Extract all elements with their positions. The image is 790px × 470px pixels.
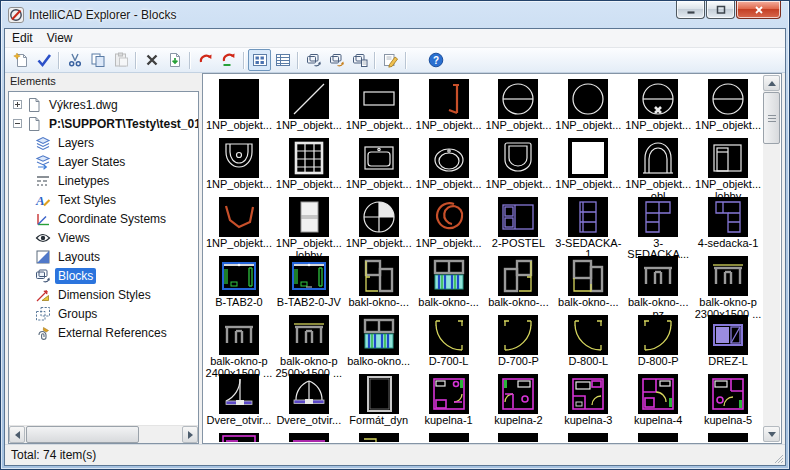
block-item[interactable] <box>344 431 414 442</box>
tree-item-p-support-testy-test-01-dwg[interactable]: P:\SUPPORT\Testy\test_01.dwg <box>9 114 198 133</box>
edit-attributes-button[interactable] <box>379 49 402 71</box>
block-item[interactable]: 1NP_objekt... <box>204 195 274 254</box>
block-item[interactable]: B-TAB2-0 <box>204 254 274 313</box>
block-item[interactable]: balko-okno... <box>344 313 414 372</box>
tree-item-external-references[interactable]: External References <box>9 323 198 342</box>
block-item[interactable] <box>204 431 274 442</box>
block-item[interactable]: kupelna-1 <box>414 372 484 431</box>
block-item[interactable]: 1NP_objekt... <box>344 195 414 254</box>
block-item[interactable]: 4-sedacka-1 <box>693 195 763 254</box>
block-item[interactable]: 1NP_objekt... <box>553 136 623 195</box>
block-item[interactable] <box>693 431 763 442</box>
icons-view-button[interactable] <box>248 49 271 71</box>
block-item[interactable]: kupelna-3 <box>553 372 623 431</box>
insert-button[interactable] <box>163 49 186 71</box>
block-item[interactable]: 2-POSTEL <box>484 195 554 254</box>
block-item[interactable]: 1NP_objekt... <box>344 136 414 195</box>
regen-button[interactable] <box>194 49 217 71</box>
block-item[interactable]: 1NP_objekt... <box>414 195 484 254</box>
block-item[interactable]: balk-okno-... <box>484 254 554 313</box>
tree-item-v-kres1-dwg[interactable]: Výkres1.dwg <box>9 95 198 114</box>
tree-item-views[interactable]: Views <box>9 228 198 247</box>
tree-item-layer-states[interactable]: Layer States <box>9 152 198 171</box>
block-item[interactable]: 1NP_objekt... <box>204 77 274 136</box>
copy-button[interactable] <box>86 49 109 71</box>
delete-button[interactable] <box>140 49 163 71</box>
help-button[interactable]: ? <box>424 49 447 71</box>
block-item[interactable]: balk-okno-... <box>414 254 484 313</box>
insert-block-button[interactable] <box>302 49 325 71</box>
v-scrollbar-thumb[interactable] <box>763 92 780 144</box>
block-item[interactable]: 1NP_objekt... <box>484 136 554 195</box>
tree-item-text-styles[interactable]: AText Styles <box>9 190 198 209</box>
scroll-down-button[interactable] <box>763 426 780 442</box>
expand-plus-icon[interactable] <box>13 100 22 109</box>
block-item[interactable]: Dvere_otvir... <box>204 372 274 431</box>
block-item[interactable]: 1NP_objekt... <box>274 136 344 195</box>
block-item[interactable]: kupelna-5 <box>693 372 763 431</box>
insert-external-block-button[interactable] <box>348 49 371 71</box>
block-item[interactable]: 1NP_objekt... <box>344 77 414 136</box>
block-item[interactable]: balk-okno-...pz <box>623 254 693 313</box>
tree-item-groups[interactable]: Groups <box>9 304 198 323</box>
block-item[interactable]: D-700-P <box>484 313 554 372</box>
block-item[interactable] <box>484 431 554 442</box>
block-item[interactable]: 1NP_objekt... <box>414 77 484 136</box>
tree-item-coordinate-systems[interactable]: Coordinate Systems <box>9 209 198 228</box>
block-item[interactable]: 1NP_objekt... <box>274 77 344 136</box>
block-item[interactable]: 3-SEDACKA... <box>623 195 693 254</box>
save-block-button[interactable] <box>325 49 348 71</box>
scroll-left-button[interactable] <box>9 426 25 443</box>
block-item[interactable]: B-TAB2-0-JV <box>274 254 344 313</box>
close-button[interactable] <box>736 1 781 19</box>
block-item[interactable]: balk-okno-p2300x1500 ... <box>693 254 763 313</box>
scroll-right-button[interactable] <box>182 426 198 443</box>
title-bar[interactable]: IntelliCAD Explorer - Blocks <box>1 1 789 28</box>
menu-edit[interactable]: Edit <box>5 30 40 46</box>
block-item[interactable] <box>274 431 344 442</box>
block-item[interactable]: 1NP_objekt... <box>414 136 484 195</box>
new-item-button[interactable] <box>9 49 32 71</box>
collapse-minus-icon[interactable] <box>13 119 22 128</box>
block-item[interactable] <box>414 431 484 442</box>
details-view-button[interactable] <box>271 49 294 71</box>
blocks-vertical-scrollbar[interactable] <box>763 75 780 442</box>
block-item[interactable]: DREZ-L <box>693 313 763 372</box>
block-item[interactable]: 1NP_objekt...obl <box>623 136 693 195</box>
menu-view[interactable]: View <box>40 30 80 46</box>
block-item[interactable]: 3-SEDACKA-1 <box>553 195 623 254</box>
paste-button[interactable] <box>109 49 132 71</box>
block-item[interactable]: 1NP_objekt... <box>553 77 623 136</box>
cut-button[interactable] <box>63 49 86 71</box>
resize-grip[interactable] <box>772 452 783 463</box>
block-item[interactable]: balk-okno-p2400x1500 ... <box>204 313 274 372</box>
block-item[interactable]: 1NP_objekt...lobby <box>274 195 344 254</box>
block-item[interactable]: D-800-P <box>623 313 693 372</box>
tree-item-layouts[interactable]: Layouts <box>9 247 198 266</box>
block-item[interactable] <box>553 431 623 442</box>
maximize-button[interactable] <box>706 1 735 19</box>
block-item[interactable]: 1NP_objekt... <box>484 77 554 136</box>
tree-item-dimension-styles[interactable]: Dimension Styles <box>9 285 198 304</box>
regen-all-button[interactable] <box>217 49 240 71</box>
block-item[interactable]: balk-okno-... <box>553 254 623 313</box>
block-item[interactable]: 1NP_objekt...lobby <box>693 136 763 195</box>
tree-item-blocks[interactable]: Blocks <box>9 266 198 285</box>
block-item[interactable]: 1NP_objekt... <box>623 77 693 136</box>
confirm-button[interactable] <box>32 49 55 71</box>
block-item[interactable]: 1NP_objekt... <box>693 77 763 136</box>
block-item[interactable]: bakl-okno-... <box>344 254 414 313</box>
minimize-button[interactable] <box>676 1 705 19</box>
block-item[interactable]: D-800-L <box>553 313 623 372</box>
block-item[interactable]: 1NP_objekt... <box>204 136 274 195</box>
block-item[interactable]: D-700-L <box>414 313 484 372</box>
block-item[interactable]: Formát_dyn <box>344 372 414 431</box>
block-item[interactable]: Dvere_otvir... <box>274 372 344 431</box>
tree-item-layers[interactable]: Layers <box>9 133 198 152</box>
block-item[interactable] <box>623 431 693 442</box>
block-item[interactable]: balk-okno-p2500x1500 ... <box>274 313 344 372</box>
tree-item-linetypes[interactable]: Linetypes <box>9 171 198 190</box>
scroll-up-button[interactable] <box>763 75 780 91</box>
tree-horizontal-scrollbar[interactable] <box>9 425 198 443</box>
h-scrollbar-thumb[interactable] <box>26 426 139 443</box>
